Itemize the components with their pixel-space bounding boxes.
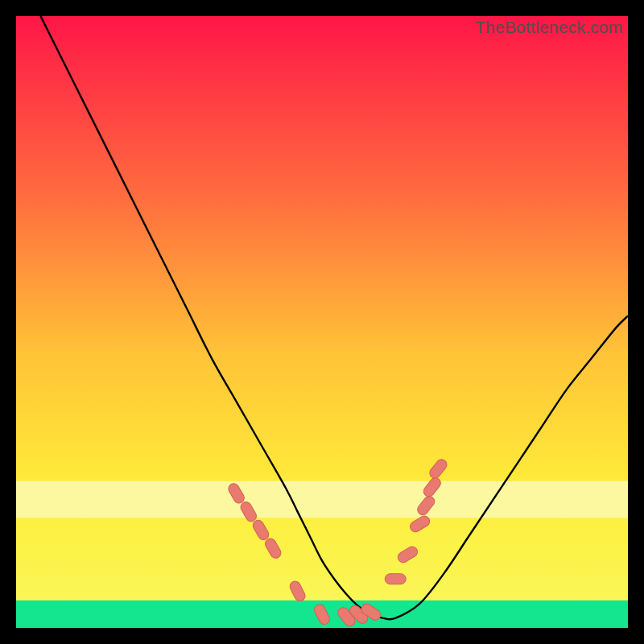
chart-svg [16,16,628,628]
svg-rect-9 [385,574,406,584]
band-pale-yellow-band [16,481,628,518]
chart-frame: TheBottleneck.com [16,16,628,628]
watermark-text: TheBottleneck.com [476,18,623,37]
gradient-background [16,16,628,628]
marker-point [385,574,406,584]
